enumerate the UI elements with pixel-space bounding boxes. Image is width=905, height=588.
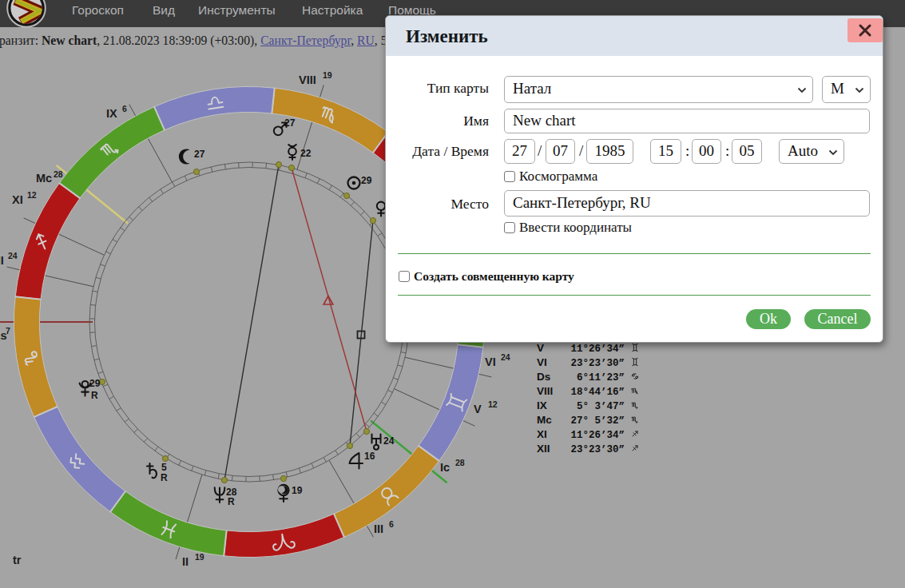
- svg-text:R: R: [91, 390, 98, 401]
- svg-text:6: 6: [389, 519, 394, 529]
- svg-text:24: 24: [8, 251, 18, 260]
- svg-text:29: 29: [361, 175, 372, 186]
- svg-text:27: 27: [194, 149, 205, 160]
- svg-text:12: 12: [27, 190, 37, 200]
- svg-text:III: III: [374, 522, 383, 535]
- svg-text:tr: tr: [13, 554, 22, 566]
- svg-text:V: V: [474, 403, 482, 415]
- svg-text:28: 28: [455, 458, 465, 467]
- svg-text:5: 5: [161, 462, 167, 473]
- svg-text:7: 7: [6, 326, 10, 336]
- svg-text:VIII: VIII: [299, 74, 316, 86]
- svg-text:XI: XI: [12, 193, 23, 206]
- svg-text:R: R: [228, 496, 235, 507]
- svg-text:Ic: Ic: [440, 461, 450, 474]
- svg-text:24: 24: [501, 352, 510, 362]
- svg-text:19: 19: [323, 70, 332, 80]
- svg-text:Mc: Mc: [36, 172, 52, 185]
- svg-text:19: 19: [195, 552, 204, 562]
- svg-text:R: R: [161, 472, 168, 483]
- svg-text:22: 22: [300, 148, 312, 159]
- svg-text:29: 29: [89, 378, 101, 389]
- svg-text:12: 12: [488, 399, 498, 409]
- svg-text:16: 16: [364, 451, 375, 462]
- svg-text:28: 28: [54, 169, 63, 179]
- svg-text:XII: XII: [0, 254, 4, 267]
- svg-text:19: 19: [292, 485, 303, 496]
- svg-text:VI: VI: [485, 356, 496, 368]
- svg-text:27: 27: [284, 117, 296, 129]
- svg-text:24: 24: [383, 435, 395, 447]
- svg-text:II: II: [182, 555, 189, 568]
- svg-text:IX: IX: [106, 107, 117, 120]
- svg-text:6: 6: [122, 104, 127, 113]
